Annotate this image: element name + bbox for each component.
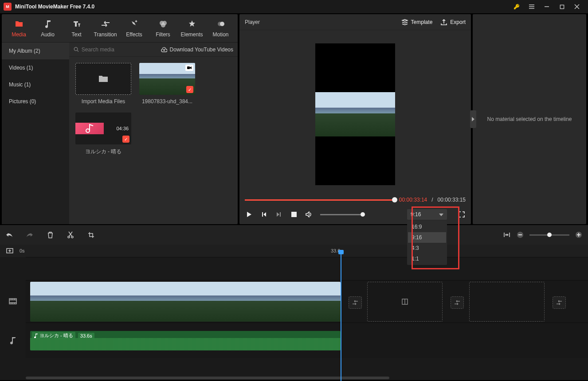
ratio-option-1-1[interactable]: 1:1: [408, 253, 446, 264]
collapse-handle[interactable]: [470, 110, 476, 128]
timeline-scrollbar[interactable]: [0, 377, 588, 380]
tab-media[interactable]: Media: [4, 19, 33, 38]
volume-knob[interactable]: [361, 212, 365, 217]
tracks[interactable]: ヨルシカ - 晴る 33.6s: [26, 257, 588, 377]
download-youtube-link[interactable]: Download YouTube Videos: [161, 47, 233, 53]
volume-button[interactable]: [305, 210, 313, 218]
split-button[interactable]: [67, 231, 74, 239]
ratio-option-4-3[interactable]: 4:3: [408, 243, 446, 253]
ratio-option-16-9[interactable]: 16:9: [408, 222, 446, 232]
add-track-icon[interactable]: [6, 247, 13, 254]
fullscreen-button[interactable]: [458, 210, 466, 218]
next-frame-button[interactable]: [275, 210, 283, 218]
zoom-slider[interactable]: [529, 234, 569, 236]
tab-elements[interactable]: Elements: [177, 19, 206, 38]
audio-clip[interactable]: ヨルシカ - 晴る 33.6s: [30, 331, 341, 350]
video-clip[interactable]: [30, 282, 341, 322]
zoom-in-button[interactable]: [575, 231, 583, 239]
empty-clip-slot[interactable]: [367, 282, 443, 322]
tab-label: Transition: [94, 31, 117, 38]
media-header: Download YouTube Videos: [69, 43, 238, 57]
import-label: Import Media Files: [75, 98, 131, 105]
search-icon: [74, 47, 79, 52]
player-panel: Player Template Export 00:00:33:14 / 00:…: [239, 14, 471, 224]
fit-timeline-button[interactable]: [503, 231, 511, 239]
delete-button[interactable]: [46, 231, 54, 239]
elements-icon: [188, 19, 196, 29]
overlay-track[interactable]: [26, 257, 588, 280]
transition-slot[interactable]: [349, 296, 362, 309]
seek-track[interactable]: [245, 199, 395, 201]
play-button[interactable]: [245, 210, 253, 218]
timeline-toolbar: [0, 225, 588, 245]
import-media-tile[interactable]: Import Media Files: [75, 63, 131, 105]
tab-audio[interactable]: Audio: [33, 19, 62, 38]
zoom-out-button[interactable]: [516, 231, 524, 239]
maximize-button[interactable]: [554, 0, 569, 13]
template-button[interactable]: Template: [401, 19, 433, 26]
player-title: Player: [245, 19, 393, 25]
media-label: 19807833-uhd_384...: [139, 98, 195, 105]
app-logo: M: [4, 3, 12, 11]
sidebar-item-pictures[interactable]: Pictures (0): [2, 93, 69, 110]
time-sep: /: [431, 197, 433, 203]
search-box[interactable]: [74, 47, 157, 53]
sidebar-item-music[interactable]: Music (1): [2, 76, 69, 93]
sidebar-item-album[interactable]: My Album (2): [2, 43, 69, 59]
close-button[interactable]: [569, 0, 584, 13]
seek-knob[interactable]: [392, 197, 397, 202]
used-check-icon: ✓: [122, 136, 129, 143]
volume-slider[interactable]: [320, 214, 363, 215]
svg-line-13: [77, 51, 78, 52]
svg-rect-16: [291, 212, 297, 217]
time-total: 00:00:33:15: [438, 197, 466, 203]
media-item-audio[interactable]: 04:36 ✓ ヨルシカ - 晴る: [75, 113, 131, 156]
prev-frame-button[interactable]: [260, 210, 268, 218]
tab-motion[interactable]: Motion: [206, 19, 235, 38]
stop-button[interactable]: [290, 210, 298, 218]
zoom-knob[interactable]: [547, 233, 552, 237]
video-badge-icon: [185, 65, 193, 71]
tab-effects[interactable]: Effects: [120, 19, 149, 38]
aspect-ratio-select[interactable]: 9:16: [407, 209, 447, 220]
tab-transition[interactable]: Transition: [91, 19, 120, 38]
audio-track[interactable]: ヨルシカ - 晴る 33.6s: [26, 323, 588, 358]
media-thumb-audio: 04:36 ✓: [75, 113, 131, 144]
empty-clip-slot[interactable]: [469, 282, 545, 322]
menu-button[interactable]: [524, 0, 539, 13]
video-track-icon[interactable]: [0, 280, 26, 323]
audio-duration: 04:36: [104, 124, 131, 133]
svg-point-17: [68, 236, 70, 238]
tracks-container: ヨルシカ - 晴る 33.6s: [0, 257, 588, 377]
motion-icon: [217, 19, 225, 29]
media-grid: Import Media Files ✓ 19807833-uhd_384...: [69, 57, 238, 162]
license-key-button[interactable]: [509, 0, 524, 13]
player-stage: [239, 30, 471, 195]
redo-button[interactable]: [26, 231, 34, 239]
folder-icon: [98, 74, 109, 83]
tab-filters[interactable]: Filters: [149, 19, 177, 38]
search-input[interactable]: [82, 47, 157, 53]
text-icon: [73, 19, 81, 29]
transition-slot[interactable]: [451, 296, 464, 309]
playhead[interactable]: [341, 251, 341, 381]
undo-button[interactable]: [5, 231, 13, 239]
export-button[interactable]: Export: [440, 19, 466, 26]
timeline-ruler[interactable]: 0s 33.6s: [0, 245, 588, 257]
timeline-panel: 0s 33.6s ヨルシカ: [0, 225, 588, 380]
video-track[interactable]: [26, 280, 588, 323]
scrollbar-thumb[interactable]: [26, 377, 389, 379]
waveform: [30, 338, 341, 350]
sidebar-item-videos[interactable]: Videos (1): [2, 59, 69, 76]
crop-button[interactable]: [87, 231, 95, 239]
svg-rect-14: [187, 66, 190, 69]
player-preview[interactable]: [315, 43, 395, 185]
seek-bar[interactable]: 00:00:33:14 / 00:00:33:15: [239, 195, 471, 205]
svg-point-11: [218, 22, 222, 26]
minimize-button[interactable]: [539, 0, 554, 13]
transition-slot[interactable]: [553, 296, 566, 309]
audio-track-icon[interactable]: [0, 323, 26, 358]
media-item-video[interactable]: ✓ 19807833-uhd_384...: [139, 63, 195, 105]
ratio-option-9-16[interactable]: 9:16: [408, 232, 446, 243]
tab-text[interactable]: Text: [62, 19, 91, 38]
